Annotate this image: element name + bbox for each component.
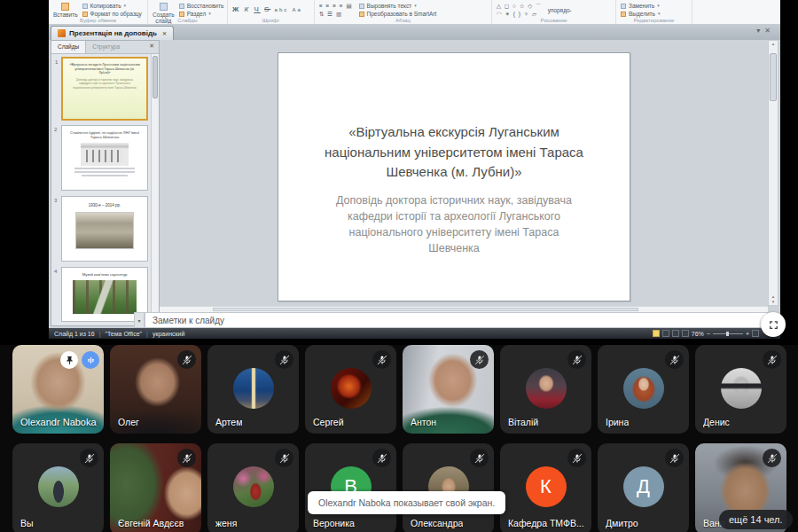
scroll-up-icon[interactable]: ▴	[772, 41, 775, 46]
document-window-controls[interactable]: ▾✕	[756, 27, 775, 35]
mic-off-icon	[567, 350, 586, 369]
participant-name: Кафедра ТМФВ...	[508, 518, 584, 528]
alignment-buttons[interactable]: ≡ ≡ ≡ ≡ ▤	[319, 2, 353, 10]
meeting-window: Вставить Копировать▾ Формат по образцу	[0, 0, 798, 532]
participant-tile[interactable]: Олександра	[403, 443, 494, 532]
notes-pane[interactable]: Заметки к слайду	[145, 312, 768, 328]
scrollbar-thumb[interactable]	[770, 53, 777, 101]
participant-name: Сергей	[313, 417, 344, 427]
select-button[interactable]: Выделить▾	[621, 10, 687, 18]
avatar	[623, 368, 664, 409]
divider: |	[99, 331, 101, 337]
slide-thumbnail-1[interactable]: 1 «Віртуальна екскурсія Луганським націо…	[61, 57, 148, 121]
slide-thumbnail-2[interactable]: 2 Ставлення будівлі, як надбання ЛНУ іме…	[61, 125, 148, 191]
arrange-button[interactable]: упорядо-	[548, 6, 572, 14]
expand-button[interactable]	[761, 312, 786, 337]
participant-tile[interactable]: Сергей	[305, 345, 396, 434]
ribbon-group-editing: Заменить▾ Выделить▾ Редактирование	[616, 0, 692, 24]
scrollbar-thumb[interactable]	[153, 56, 158, 98]
thumb-title: 1930-е – 2014 рр.	[62, 197, 147, 208]
slide-canvas[interactable]: «Віртуальна екскурсія Луганським націона…	[278, 52, 630, 301]
avatar	[526, 368, 567, 409]
participant-tile[interactable]: Віталій	[500, 345, 591, 434]
reading-view-button[interactable]	[672, 330, 679, 337]
font-group-label: Шрифт	[228, 18, 314, 23]
fullscreen-icon	[767, 318, 780, 332]
avatar-initial: Д	[623, 466, 664, 507]
zoom-in-icon[interactable]: +	[746, 331, 749, 337]
restore-button[interactable]: Восстановить	[179, 2, 224, 10]
participant-name: Євгеній Авдєєв	[118, 518, 184, 528]
scrollbar-thumb[interactable]	[213, 308, 638, 311]
slide-thumbnail-3[interactable]: 3 1930-е – 2014 рр.	[61, 196, 148, 262]
participant-tile[interactable]: Денис	[695, 345, 786, 434]
building-photo	[81, 143, 129, 166]
editor-vertical-scrollbar[interactable]: ▴ ▴▾	[768, 40, 778, 306]
thumb-title: «Віртуальна екскурсія Луганським націона…	[63, 59, 146, 75]
notes-collapse-button[interactable]: ▾	[134, 312, 145, 328]
participant-tile[interactable]: В Вероника	[305, 443, 396, 532]
smartart-button[interactable]: Преобразовать в SmartArt	[359, 10, 437, 18]
align-text-button[interactable]: Выровнять текст▾	[359, 2, 437, 10]
divider: |	[146, 331, 148, 337]
avatar	[721, 368, 762, 409]
zoom-level: 76%	[692, 331, 704, 337]
presentation-tab[interactable]: Презентація на доповідь ✕	[51, 26, 174, 40]
slide-number: 3	[54, 198, 57, 203]
section-button[interactable]: Раздел▾	[179, 10, 224, 18]
participant-tile-olexandr[interactable]: Olexandr Naboka	[12, 345, 104, 434]
slideshow-view-button[interactable]	[682, 330, 689, 337]
zoom-slider[interactable]	[713, 333, 743, 334]
slide-title: «Віртуальна екскурсія Луганським націона…	[314, 122, 594, 183]
panel-scrollbar[interactable]: ▾	[151, 54, 159, 325]
spacing-buttons[interactable]: ⇅ ☰ ▥	[319, 10, 353, 18]
mic-off-icon	[665, 449, 684, 467]
minimize-icon: ▾	[756, 27, 764, 35]
editor-horizontal-scrollbar[interactable]	[160, 306, 768, 312]
zoom-out-icon[interactable]: −	[707, 331, 710, 337]
caption-line	[74, 168, 135, 169]
participant-name: Артем	[215, 417, 242, 427]
language-indicator[interactable]: украинский	[153, 331, 185, 337]
slide-nav-buttons[interactable]: ▴▾	[769, 293, 778, 304]
drawing-group-label: Рисование	[492, 18, 615, 23]
mic-off-icon	[177, 449, 196, 467]
tab-close-icon[interactable]: ✕	[162, 30, 167, 36]
participant-tile[interactable]: Антон	[403, 345, 494, 434]
format-painter-button[interactable]: Формат по образцу	[82, 10, 142, 18]
paste-button[interactable]: Вставить	[53, 2, 78, 18]
pin-icon	[60, 351, 78, 369]
mic-off-icon	[567, 449, 586, 467]
participant-name: Ірина	[606, 417, 629, 427]
more-participants-badge[interactable]: ещё 14 чел.	[719, 510, 793, 529]
panel-close-icon[interactable]: ✕	[145, 41, 159, 53]
participant-tile[interactable]: Олег	[110, 345, 201, 434]
participant-tile[interactable]: женя	[207, 443, 299, 532]
avatar	[233, 368, 274, 409]
participant-tile[interactable]: Д Дмитро	[598, 443, 689, 532]
align-text-icon	[359, 4, 364, 9]
participant-tile[interactable]: Артем	[207, 345, 299, 434]
slides-group-label: Слайды	[148, 18, 227, 23]
shapes-gallery[interactable]: △ ◻ ○ ☆ ◇ ⌒	[497, 2, 543, 10]
tab-slides[interactable]: Слайды	[51, 41, 86, 53]
participant-tile[interactable]: Євгеній Авдєєв	[110, 443, 201, 532]
ribbon-group-paragraph: ≡ ≡ ≡ ≡ ▤ ⇅ ☰ ▥ Выровнять текст▾ Преобра…	[315, 0, 492, 24]
sorter-view-button[interactable]	[662, 330, 669, 337]
tab-outline[interactable]: Структура	[86, 41, 126, 53]
participant-tile[interactable]: Ірина	[598, 345, 689, 434]
shapes-gallery-row2[interactable]: ◠ ✶ ( ) ✧ ▱	[497, 10, 543, 18]
clipboard-group-label: Буфер обмена	[49, 18, 147, 23]
close-icon: ✕	[764, 27, 775, 35]
replace-button[interactable]: Заменить▾	[621, 2, 687, 10]
mic-off-icon	[665, 350, 684, 369]
sculpture-photo	[73, 280, 137, 314]
copy-button[interactable]: Копировать▾	[82, 2, 142, 10]
fit-to-window-button[interactable]	[752, 330, 759, 337]
participant-tile[interactable]: К Кафедра ТМФВ...	[500, 443, 591, 532]
mic-off-icon	[372, 350, 391, 369]
participant-tile-self[interactable]: Вы	[12, 443, 104, 532]
normal-view-button[interactable]	[653, 330, 660, 337]
slide-number: 4	[54, 269, 57, 274]
font-buttons[interactable]: Ж К Ч S abc Аа	[232, 2, 309, 18]
